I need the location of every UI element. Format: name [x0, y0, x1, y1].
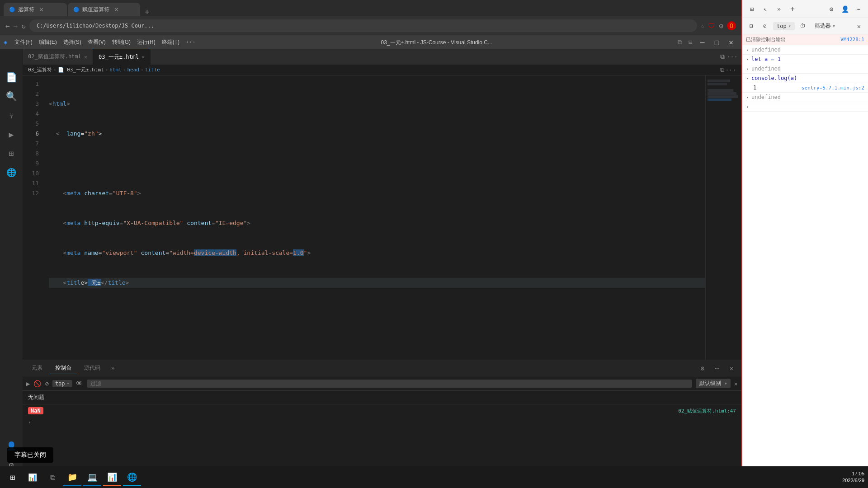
line-num-7: 7: [23, 139, 39, 149]
taskbar-browser[interactable]: 🌐: [123, 468, 141, 486]
win-close[interactable]: ✕: [724, 38, 738, 47]
preview-icon[interactable]: ⧉: [675, 38, 685, 46]
console-x-icon[interactable]: ✕: [734, 380, 738, 387]
panel-close-icon[interactable]: ✕: [725, 362, 738, 375]
nav-back-btn[interactable]: ←: [5, 22, 10, 30]
bc-more-icon[interactable]: ···: [726, 66, 736, 73]
dt-settings-icon[interactable]: ⚙: [826, 3, 837, 15]
tab-label-2: 赋值运算符: [82, 6, 109, 14]
dt-ellipsis-icon[interactable]: ⋯: [853, 3, 864, 15]
time-display: 17:05: [842, 470, 864, 477]
line-num-2: 2: [23, 89, 39, 99]
panel-ellipsis-icon[interactable]: ⋯: [711, 362, 723, 375]
menu-terminal[interactable]: 终端(T): [159, 38, 182, 46]
menu-view[interactable]: 查看(V): [85, 38, 108, 46]
expand-6[interactable]: ›: [746, 95, 749, 100]
console-sentry-link[interactable]: sentry-5.7.1.min.js:2: [802, 85, 864, 91]
tab-02-close[interactable]: ✕: [84, 54, 87, 60]
bc-sep-4: ›: [141, 67, 144, 73]
caption-button[interactable]: 字幕已关闭: [7, 447, 53, 463]
nan-expand-row[interactable]: ›: [23, 417, 741, 427]
activity-source-control[interactable]: ⑂: [2, 106, 20, 124]
dt-filter-btn[interactable]: 筛选器 ▾: [811, 21, 839, 31]
eye-icon[interactable]: 👁: [76, 379, 83, 388]
dt-block-icon[interactable]: ⊘: [760, 21, 770, 32]
taskview-button[interactable]: ⧉: [43, 468, 61, 486]
dt-bookmark-icon[interactable]: ⊟: [746, 21, 757, 32]
dt-user-icon[interactable]: 👤: [839, 3, 851, 15]
tab-03-close[interactable]: ✕: [142, 54, 145, 60]
dt-clock-icon[interactable]: ⏱: [797, 21, 808, 32]
menu-select[interactable]: 选择(S): [61, 38, 84, 46]
menu-file[interactable]: 文件(F): [12, 38, 35, 46]
no-issues-label: 无问题: [28, 394, 44, 401]
new-tab-button[interactable]: +: [141, 7, 153, 16]
taskbar-ppt[interactable]: 📊: [103, 468, 121, 486]
menu-goto[interactable]: 转到(G): [109, 38, 133, 46]
expand-1[interactable]: ›: [746, 47, 749, 52]
dt-more-icon[interactable]: »: [773, 3, 785, 15]
panel-gear-icon[interactable]: ⚙: [696, 362, 709, 375]
nav-forward-btn[interactable]: →: [14, 22, 18, 30]
activity-explorer[interactable]: 📄: [2, 68, 20, 86]
console-row-3: › undefined: [742, 64, 868, 74]
extension-icon[interactable]: O: [727, 21, 736, 30]
editor-more-icon[interactable]: ···: [726, 53, 738, 61]
expand-4[interactable]: ›: [746, 76, 749, 81]
console-filter-input[interactable]: [87, 380, 693, 388]
menu-more[interactable]: ···: [183, 39, 198, 45]
console-clear-icon[interactable]: ⊘: [45, 380, 48, 387]
win-minimize[interactable]: —: [696, 38, 709, 47]
editor-tab-02[interactable]: 02_赋值运算符.html ✕: [23, 49, 93, 65]
bc-minimap-icon[interactable]: ⧉: [720, 66, 724, 74]
expand-2[interactable]: ›: [746, 57, 749, 62]
bookmark-icon[interactable]: ☆: [701, 22, 704, 29]
filter-arrow: ▾: [833, 23, 835, 28]
address-bar[interactable]: C:/Users/lilichao/Desktop/JS-Cour...: [29, 19, 697, 32]
more-icon[interactable]: ⚙: [719, 22, 723, 30]
nav-refresh-btn[interactable]: ↻: [21, 22, 26, 30]
top-select-wrapper[interactable]: top ▾: [52, 380, 72, 387]
tab-close-1[interactable]: ✕: [39, 6, 44, 13]
dt-top-select[interactable]: top ▾: [773, 22, 795, 30]
win-maximize[interactable]: □: [710, 38, 724, 47]
search-button[interactable]: 📊: [24, 468, 42, 486]
console-block-btn[interactable]: 🚫: [33, 380, 41, 387]
browser-tab-yuansuanfu[interactable]: 🔵 远算符 ✕: [4, 3, 67, 16]
dt-close-icon[interactable]: ✕: [854, 21, 864, 32]
panel-tab-console[interactable]: 控制台: [50, 362, 77, 374]
default-level-label: 默认级别: [699, 380, 721, 386]
menu-edit[interactable]: 编辑(E): [36, 38, 60, 46]
console-cleared-link[interactable]: VM4228:1: [840, 37, 864, 42]
console-run-btn[interactable]: ▶: [26, 380, 30, 387]
editor-tab-03[interactable]: 03_一元±.html ✕: [93, 49, 151, 65]
expand-3[interactable]: ›: [746, 66, 749, 71]
split-editor-icon[interactable]: ⊟: [686, 38, 695, 46]
taskbar-folder[interactable]: 📁: [63, 468, 81, 486]
activity-remote[interactable]: 🌐: [2, 163, 20, 181]
dt-pointer-icon[interactable]: ↖: [760, 3, 771, 15]
nan-file-link[interactable]: 02_赋值运算符.html:47: [678, 408, 736, 414]
console-cleared-row: 已清除控制台输出 VM4228:1: [742, 34, 868, 45]
activity-extensions[interactable]: ⊞: [2, 144, 20, 162]
editor-split-icon[interactable]: ⧉: [720, 53, 725, 61]
default-level-dropdown[interactable]: 默认级别 ▾: [696, 379, 730, 388]
taskbar-terminal[interactable]: 💻: [83, 468, 101, 486]
tab-close-2[interactable]: ✕: [114, 6, 119, 13]
code-area[interactable]: <html> < lang="zh"> <meta charset="UTF-8…: [43, 75, 705, 360]
vscode-titlebar: ◈ 文件(F) 编辑(E) 选择(S) 查看(V) 转到(G) 运行(R) 终端…: [0, 35, 741, 49]
activity-debug[interactable]: ▶: [2, 125, 20, 143]
taskbar: ⊞ 📊 ⧉ 📁 💻 📊 🌐 17:05 2022/6/29: [0, 466, 868, 488]
expand-arrow: ›: [28, 420, 31, 425]
dt-elements-icon[interactable]: ⊞: [746, 3, 758, 15]
panel-tab-source[interactable]: 源代码: [79, 362, 106, 374]
activity-search[interactable]: 🔍: [2, 87, 20, 105]
panel-tab-more[interactable]: »: [108, 363, 118, 373]
menu-run[interactable]: 运行(R): [134, 38, 158, 46]
dt-plus-icon[interactable]: +: [787, 3, 798, 15]
code-editor[interactable]: 1 2 3 4 5 6 7 8 9 10 11 12: [23, 75, 741, 360]
console-row-7[interactable]: ›: [742, 102, 868, 112]
panel-tab-elements[interactable]: 元素: [26, 362, 48, 374]
browser-tab-fuzhiyuansuanfu[interactable]: 🔵 赋值运算符 ✕: [68, 3, 140, 16]
start-button[interactable]: ⊞: [4, 468, 22, 486]
